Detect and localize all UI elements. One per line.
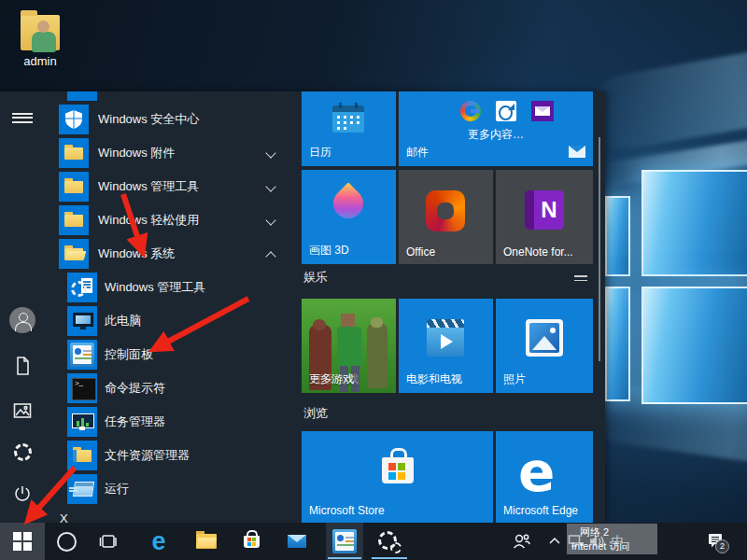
google-icon <box>460 101 481 121</box>
photos-icon <box>526 319 563 357</box>
mail-icon <box>288 535 306 548</box>
start-button[interactable] <box>0 523 45 560</box>
task-view-icon <box>99 531 120 552</box>
settings-icon[interactable] <box>9 439 35 465</box>
mail-glyph-icon <box>569 146 585 158</box>
taskbar-control-panel-button[interactable] <box>326 523 363 560</box>
calendar-icon <box>332 103 364 133</box>
app-item-windows-system[interactable]: Windows 系统 <box>45 237 299 271</box>
group-title-entertainment[interactable]: 娱乐 <box>303 269 328 286</box>
hamburger-icon[interactable] <box>9 105 35 131</box>
group-title-browse[interactable]: 浏览 <box>303 405 328 422</box>
taskbar-file-explorer-button[interactable] <box>193 523 219 560</box>
chevron-up-icon <box>265 251 275 261</box>
app-item-control-panel[interactable]: 控制面板 <box>45 338 299 371</box>
file-explorer-icon <box>196 534 217 549</box>
power-icon[interactable] <box>9 481 35 507</box>
tile-onenote[interactable]: N OneNote for... <box>496 170 593 264</box>
taskbar-mail-button[interactable] <box>284 523 310 560</box>
taskbar-settings-button[interactable] <box>372 523 407 560</box>
mail-more-label: 更多内容… <box>468 127 524 143</box>
command-prompt-icon: >_ <box>67 373 97 403</box>
app-item-partial-x[interactable]: X <box>45 511 299 523</box>
control-panel-icon <box>67 340 97 370</box>
file-explorer-icon <box>67 441 97 470</box>
folder-open-icon <box>59 239 89 269</box>
edge-icon: e <box>151 529 165 554</box>
cortana-search-button[interactable] <box>54 523 78 560</box>
app-item-run[interactable]: 运行 <box>45 472 299 506</box>
network-tooltip: 网络 2 Internet 访问 <box>567 524 657 554</box>
movies-tv-icon <box>427 319 464 357</box>
user-avatar-icon[interactable] <box>9 307 35 333</box>
tile-grid: 日历 更多内容… 邮件 <box>302 91 593 523</box>
wallpaper-window-pane <box>641 287 747 404</box>
run-icon <box>67 474 97 504</box>
chevron-up-icon <box>548 537 561 546</box>
group-handle-icon[interactable] <box>574 273 587 284</box>
store-icon <box>382 457 414 483</box>
taskbar-store-button[interactable] <box>238 523 264 560</box>
purple-mail-icon <box>531 101 554 121</box>
folder-icon <box>59 205 89 235</box>
app-item-windows-accessories[interactable]: Windows 附件 <box>45 136 299 170</box>
app-item-windows-admin-tools[interactable]: Windows 管理工具 <box>45 170 299 203</box>
app-item-windows-security[interactable]: Windows 安全中心 <box>45 103 299 136</box>
tile-paint3d[interactable]: 画图 3D <box>302 170 396 264</box>
desktop: admin Windows 安全中心 Windows 附件 <box>0 0 747 560</box>
start-menu: Windows 安全中心 Windows 附件 Windows 管理工具 Win… <box>0 91 605 523</box>
documents-icon[interactable] <box>9 353 35 379</box>
user-figure-icon <box>32 32 56 52</box>
tile-calendar[interactable]: 日历 <box>302 91 396 166</box>
app-icon-partial <box>67 91 97 101</box>
app-item-task-manager[interactable]: 任务管理器 <box>45 405 299 439</box>
tooltip-line1: 网络 2 <box>567 524 657 539</box>
task-view-button[interactable] <box>97 523 121 560</box>
admin-tools-icon <box>67 273 97 302</box>
edge-logo: e <box>518 441 571 497</box>
tile-mail[interactable]: 更多内容… 邮件 <box>399 91 593 166</box>
folder-icon <box>59 172 89 202</box>
task-manager-icon <box>67 407 97 437</box>
store-icon <box>244 536 260 548</box>
tooltip-line2: Internet 访问 <box>567 539 657 553</box>
people-button[interactable] <box>508 523 534 560</box>
tile-microsoft-store[interactable]: Microsoft Store <box>302 431 493 523</box>
start-menu-scrollbar[interactable] <box>599 137 600 361</box>
defender-shield-icon <box>59 105 89 134</box>
chevron-down-icon <box>265 215 275 225</box>
office-icon <box>426 190 465 231</box>
tile-microsoft-edge[interactable]: e Microsoft Edge <box>496 431 593 523</box>
taskbar-edge-button[interactable]: e <box>146 523 172 560</box>
tile-photos[interactable]: 照片 <box>496 299 593 393</box>
desktop-icon-label: admin <box>0 54 80 68</box>
onenote-icon: N <box>525 190 564 230</box>
paint3d-icon <box>327 182 369 224</box>
app-item-admin-tools[interactable]: Windows 管理工具 <box>45 271 299 304</box>
tile-xbox-games[interactable]: 更多游戏 <box>302 299 396 393</box>
notification-icon: 2 <box>706 531 726 552</box>
pictures-icon[interactable] <box>9 398 35 424</box>
tile-movies-tv[interactable]: 电影和电视 <box>399 299 493 393</box>
app-item-this-pc[interactable]: 此电脑 <box>45 304 299 338</box>
folder-icon <box>59 138 89 168</box>
open-app-indicator <box>372 557 407 559</box>
this-pc-icon <box>67 306 97 336</box>
open-app-indicator <box>328 557 361 559</box>
control-panel-icon <box>332 529 357 553</box>
app-item-command-prompt[interactable]: >_ 命令提示符 <box>45 371 299 405</box>
wallpaper-window-pane <box>641 170 747 276</box>
app-item-windows-ease-of-access[interactable]: Windows 轻松使用 <box>45 203 299 237</box>
people-icon <box>511 531 531 552</box>
app-item-file-explorer[interactable]: 文件资源管理器 <box>45 439 299 472</box>
tray-expand-button[interactable] <box>545 523 564 560</box>
notification-badge: 2 <box>715 539 729 553</box>
wallpaper-window-pane <box>605 196 630 276</box>
windows-logo-icon <box>13 532 32 551</box>
chevron-down-icon <box>265 147 275 158</box>
outlook-icon <box>496 101 516 121</box>
action-center-button[interactable]: 2 <box>702 523 730 560</box>
cortana-icon <box>57 532 77 552</box>
desktop-icon-admin[interactable]: admin <box>0 0 84 75</box>
tile-office[interactable]: Office <box>399 170 493 264</box>
